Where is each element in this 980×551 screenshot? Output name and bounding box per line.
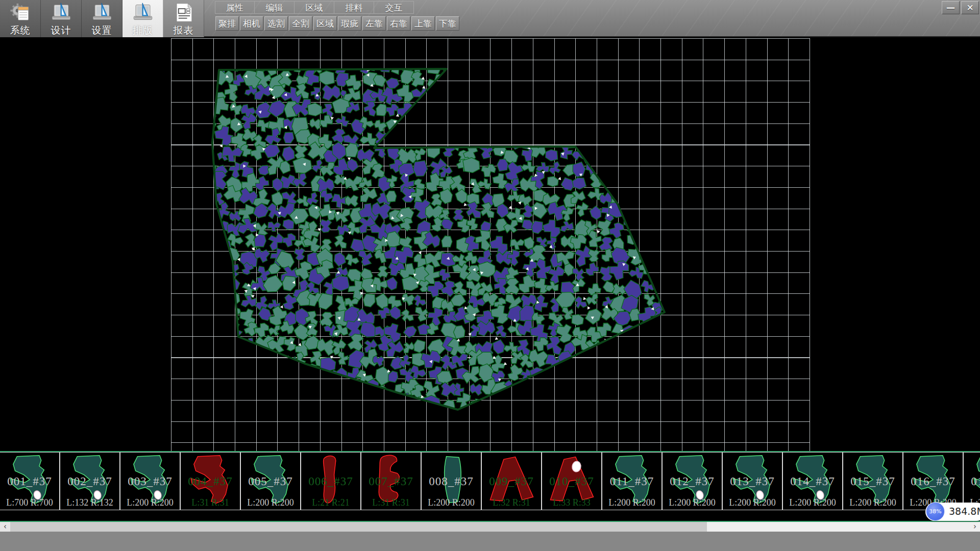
piece-shape [242,454,299,507]
app-tab-1[interactable]: 系统 [0,0,41,37]
tool-button-5[interactable]: 区域 [313,16,337,31]
thumbnail-cell-11[interactable]: 011_#37 L:200 R:200 [602,453,663,510]
app-tab-4[interactable]: 排版 [122,0,163,37]
menu-item-2[interactable]: 编辑 [255,1,295,14]
piece-thumbnail-strip: 001_#37 L:700 R:700 002_#37 L:132 R:132 … [0,451,980,522]
thumbnail-cell-14[interactable]: 014_#37 L:200 R:200 [783,453,843,510]
tool-button-1[interactable]: 聚排 [215,16,239,31]
thumbnail-cell-8[interactable]: 008_#37 L:200 R:200 [422,453,482,510]
app-tab-label: 设置 [92,24,112,37]
piece-shape [664,454,721,507]
piece-shape [302,454,359,507]
piece-shape [965,454,980,507]
status-bar [0,532,980,551]
nested-hide-layout[interactable] [171,38,810,451]
app-tab-label: 系统 [10,24,31,37]
app-tab-5[interactable]: 报表 [163,0,204,37]
thumbnail-cell-3[interactable]: 003_#37 L:200 R:200 [120,453,181,510]
tool-button-10[interactable]: 下靠 [436,16,459,31]
tool-button-8[interactable]: 右靠 [387,16,410,31]
tool-button-4[interactable]: 全割 [289,16,312,31]
thumbnail-cell-1[interactable]: 001_#37 L:700 R:700 [0,453,60,510]
thumbnail-cell-2[interactable]: 002_#37 L:132 R:132 [60,453,120,510]
tool-button-3[interactable]: 选割 [264,16,288,31]
minimize-button[interactable]: — [942,1,960,14]
piece-shape [121,454,179,507]
app-tab-bar: 系统 设计 设置 排版 报表 [0,0,204,37]
piece-shape [784,454,841,507]
main-toolbar: 系统 设计 设置 排版 报表 属性编辑区域排料交互 聚排相机选割全割区域瑕疵左靠… [0,0,980,37]
thumbnail-cell-6[interactable]: 006_#37 L:21 R:21 [301,453,361,510]
memory-value: 384.8M [949,506,980,517]
tool-button-6[interactable]: 瑕疵 [338,16,361,31]
piece-thumbnail-list: 001_#37 L:700 R:700 002_#37 L:132 R:132 … [0,452,980,510]
app-tab-label: 设计 [51,24,71,37]
laptop-ruler-icon [131,2,155,23]
laptop-ruler-icon [50,2,73,23]
piece-shape [844,454,901,507]
thumbnail-cell-4[interactable]: 004_#37 L:31 R:31 [181,453,241,510]
horizontal-scrollbar[interactable]: ‹ › [0,522,980,532]
menu-bar: 属性编辑区域排料交互 [215,1,414,14]
tool-button-7[interactable]: 左靠 [362,16,386,31]
app-tab-label: 报表 [174,24,194,37]
menu-item-5[interactable]: 交互 [374,1,414,14]
thumbnail-cell-15[interactable]: 015_#37 L:200 R:200 [843,453,903,510]
menu-item-1[interactable]: 属性 [215,1,255,14]
tool-bar: 聚排相机选割全割区域瑕疵左靠右靠上靠下靠 [215,16,459,31]
piece-shape [423,454,480,507]
piece-shape [483,454,540,507]
thumbnail-cell-16[interactable]: 016_#37 L:200 R:200 [903,453,964,510]
piece-shape [182,454,239,507]
app-tab-label: 排版 [133,24,153,37]
piece-shape [724,454,781,507]
piece-shape [1,454,58,507]
close-button[interactable]: ✕ [961,1,979,14]
nesting-canvas[interactable] [0,37,980,451]
window-controls: — ✕ [942,1,979,14]
app-tab-2[interactable]: 设计 [41,0,82,37]
scrollbar-thumb[interactable] [10,522,707,532]
scroll-left-arrow-icon[interactable]: ‹ [0,522,10,532]
scroll-right-arrow-icon[interactable]: › [970,522,980,532]
thumbnail-cell-12[interactable]: 012_#37 L:200 R:200 [663,453,723,510]
thumbnail-cell-9[interactable]: 009_#37 L:32 R:31 [482,453,542,510]
tool-button-2[interactable]: 相机 [240,16,263,31]
thumbnail-cell-13[interactable]: 013_#37 L:200 R:200 [723,453,783,510]
tool-button-9[interactable]: 上靠 [411,16,435,31]
percent-circle-badge: 38% [926,502,945,521]
laptop-ruler-icon [90,2,114,23]
piece-shape [603,454,660,507]
piece-shape [362,454,420,507]
piece-shape [904,454,962,507]
piece-shape [543,454,600,507]
thumbnail-cell-5[interactable]: 005_#37 L:200 R:200 [241,453,301,510]
piece-shape [61,454,118,507]
menu-item-4[interactable]: 排料 [334,1,374,14]
report-doc-icon [172,2,195,23]
app-tab-3[interactable]: 设置 [82,0,122,37]
gear-doc-icon [9,2,32,23]
menu-item-3[interactable]: 区域 [295,1,334,14]
thumbnail-cell-10[interactable]: 010_#37 L:33 R:33 [542,453,602,510]
thumbnail-cell-7[interactable]: 007_#37 L:31 R:31 [361,453,422,510]
thumbnail-cell-17[interactable]: 017_#37 L:200 R:200 [964,453,980,510]
